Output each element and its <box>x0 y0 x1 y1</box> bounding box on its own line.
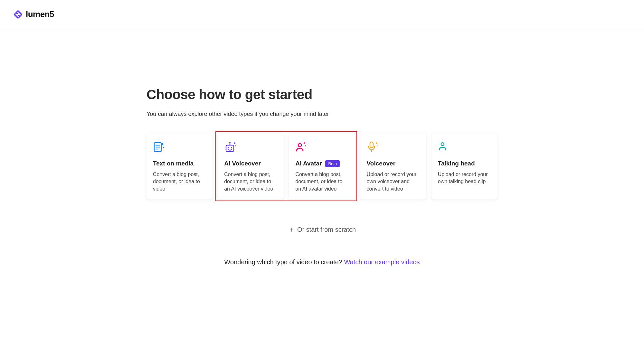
card-desc: Convert a blog post, document, or idea t… <box>153 171 206 192</box>
card-title: AI Avatar <box>295 160 322 167</box>
beta-badge: Beta <box>325 160 340 167</box>
card-talking-head[interactable]: Talking head Upload or record your own t… <box>431 134 497 200</box>
start-from-scratch-button[interactable]: ＋ Or start from scratch <box>147 225 497 234</box>
card-ai-avatar[interactable]: AI Avatar Beta Convert a blog post, docu… <box>289 134 355 200</box>
page-subtitle: You can always explore other video types… <box>147 111 497 117</box>
watch-examples-link[interactable]: Watch our example videos <box>344 258 420 266</box>
svg-point-9 <box>231 147 232 148</box>
page-title: Choose how to get started <box>147 87 497 102</box>
person-icon <box>438 141 451 154</box>
svg-point-11 <box>298 144 301 147</box>
person-sparkle-icon <box>295 141 308 154</box>
brand-logo[interactable]: lumen5 <box>13 9 54 20</box>
svg-point-16 <box>441 143 444 145</box>
svg-point-8 <box>228 147 229 148</box>
card-ai-voiceover[interactable]: AI Voiceover Convert a blog post, docume… <box>218 134 284 200</box>
svg-point-12 <box>305 145 306 146</box>
microphone-sparkle-icon <box>367 141 380 154</box>
help-prompt: Wondering which type of video to create? <box>224 258 344 266</box>
svg-point-15 <box>377 145 378 146</box>
plus-icon: ＋ <box>288 225 295 234</box>
card-title: Voiceover <box>367 160 395 167</box>
card-title: AI Voiceover <box>224 160 261 167</box>
start-from-scratch-label: Or start from scratch <box>297 226 356 233</box>
card-desc: Upload or record your own talking head c… <box>438 171 491 185</box>
cards-container: Text on media Convert a blog post, docum… <box>147 134 497 200</box>
card-voiceover[interactable]: Voiceover Upload or record your own voic… <box>360 134 426 200</box>
svg-rect-13 <box>370 142 373 148</box>
card-desc: Convert a blog post, document, or idea t… <box>295 171 348 192</box>
cards-row: Text on media Convert a blog post, docum… <box>147 134 497 200</box>
svg-point-7 <box>229 142 231 143</box>
card-text-on-media[interactable]: Text on media Convert a blog post, docum… <box>147 134 213 200</box>
card-desc: Convert a blog post, document, or idea t… <box>224 171 277 192</box>
bot-sparkle-icon <box>224 141 237 154</box>
top-bar: lumen5 <box>0 0 644 29</box>
card-title: Text on media <box>153 160 194 167</box>
svg-point-10 <box>235 145 236 146</box>
card-desc: Upload or record your own voiceover and … <box>367 171 420 192</box>
svg-rect-5 <box>226 145 234 152</box>
footer-help: Wondering which type of video to create?… <box>147 258 497 266</box>
document-sparkle-icon <box>153 141 166 154</box>
brand-name: lumen5 <box>26 9 54 19</box>
card-title: Talking head <box>438 160 475 167</box>
lumen5-logo-icon <box>13 9 23 20</box>
